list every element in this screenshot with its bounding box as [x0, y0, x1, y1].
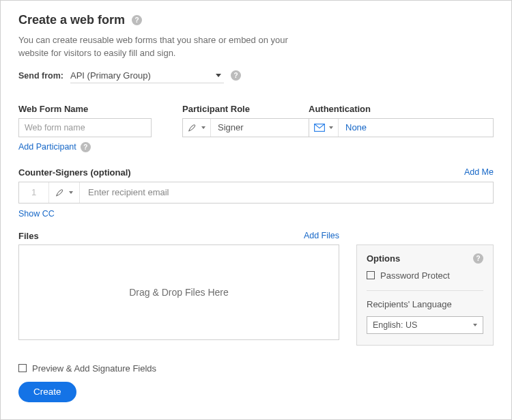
authentication-value: None [339, 122, 367, 132]
help-icon[interactable]: ? [231, 70, 241, 81]
participant-role-col: Participant Role Signer [182, 104, 309, 137]
divider [367, 290, 483, 291]
page-container: Create a web form ? You can create reusa… [0, 0, 512, 420]
chevron-down-icon [201, 126, 205, 129]
web-form-name-input[interactable] [18, 118, 152, 137]
show-cc-link[interactable]: Show CC [18, 209, 55, 219]
authentication-col: Authentication None [309, 104, 494, 137]
send-from-value: API (Primary Group) [70, 70, 151, 81]
participant-role-label: Participant Role [182, 104, 309, 114]
page-title: Create a web form [18, 13, 125, 27]
checkbox-icon[interactable] [18, 364, 27, 372]
mail-icon [314, 124, 325, 132]
counter-signers-label: Counter-Signers (optional) [18, 167, 131, 178]
password-protect-row[interactable]: Password Protect [367, 270, 483, 281]
file-drop-zone[interactable]: Drag & Drop Files Here [18, 244, 339, 340]
counter-email-input[interactable] [80, 182, 493, 203]
create-button[interactable]: Create [18, 382, 76, 402]
preview-signature-label: Preview & Add Signature Fields [32, 363, 156, 374]
drop-zone-text: Drag & Drop Files Here [129, 287, 229, 298]
participant-role-field[interactable]: Signer [182, 118, 309, 137]
help-icon[interactable]: ? [81, 142, 91, 152]
authentication-field[interactable]: None [309, 118, 494, 137]
chevron-down-icon [329, 126, 333, 129]
options-header: Options ? [367, 253, 483, 264]
counter-role-selector[interactable] [49, 182, 80, 203]
add-files-link[interactable]: Add Files [304, 231, 339, 240]
counter-signers-header: Counter-Signers (optional) Add Me [18, 167, 494, 178]
chevron-down-icon [473, 324, 477, 326]
add-me-link[interactable]: Add Me [464, 167, 494, 177]
options-title: Options [367, 253, 400, 264]
files-label: Files [18, 231, 39, 241]
recipients-language-label: Recipients' Language [367, 299, 483, 309]
options-panel: Options ? Password Protect Recipients' L… [356, 244, 494, 346]
add-participant-link[interactable]: Add Participant [18, 142, 76, 152]
web-form-name-col: Web Form Name [18, 104, 182, 137]
help-icon[interactable]: ? [473, 253, 483, 264]
help-icon[interactable]: ? [132, 15, 142, 25]
authentication-label: Authentication [309, 104, 494, 114]
files-header: Files Add Files [18, 231, 339, 241]
send-from-row: Send from: API (Primary Group) ? [18, 68, 494, 83]
chevron-down-icon [216, 74, 221, 77]
counter-index: 1 [19, 182, 49, 203]
auth-selector[interactable] [309, 119, 339, 137]
page-subtitle: You can create reusable web forms that y… [18, 34, 305, 60]
title-row: Create a web form ? [18, 13, 494, 27]
preview-signature-row[interactable]: Preview & Add Signature Fields [18, 363, 494, 374]
role-selector[interactable] [183, 119, 211, 137]
language-value: English: US [373, 320, 417, 330]
checkbox-icon[interactable] [367, 271, 375, 279]
counter-signer-row: 1 [18, 182, 494, 204]
fields-row: Web Form Name Participant Role Signer Au… [18, 104, 494, 137]
password-protect-label: Password Protect [380, 270, 450, 281]
send-from-label: Send from: [18, 71, 63, 81]
language-select[interactable]: English: US [367, 316, 483, 334]
add-participant-row: Add Participant ? [18, 142, 494, 152]
pen-icon [55, 188, 65, 197]
chevron-down-icon [69, 191, 73, 194]
files-row: Drag & Drop Files Here Options ? Passwor… [18, 244, 494, 346]
send-from-select[interactable]: API (Primary Group) [70, 68, 224, 83]
web-form-name-label: Web Form Name [18, 104, 182, 114]
participant-role-value: Signer [211, 122, 244, 132]
pen-icon [188, 123, 197, 132]
